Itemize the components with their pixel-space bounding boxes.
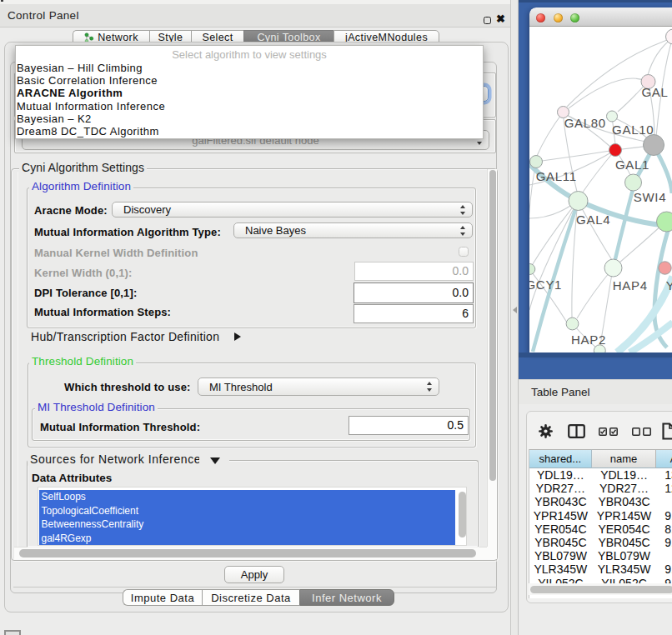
close-traffic-light-icon[interactable] [536, 13, 545, 22]
manual-kernel-label: Manual Kernel Width Definition [34, 247, 198, 259]
table-cell[interactable]: YBL079W [529, 549, 593, 562]
table-horizontal-scrollbar-thumb[interactable] [530, 586, 672, 594]
network-node[interactable] [530, 156, 543, 168]
network-node[interactable] [604, 259, 622, 277]
table-cell[interactable]: YPR145W [529, 509, 593, 522]
minimize-traffic-light-icon[interactable] [554, 13, 563, 22]
table-cell[interactable]: 8. [656, 522, 672, 536]
dropdown-item[interactable]: Bayesian – Hill Climbing [16, 62, 483, 74]
node-label: GAL11 [536, 169, 577, 183]
table-cell[interactable]: YLR345W [529, 562, 593, 576]
table-row[interactable]: YER054CYER054C8. [529, 522, 672, 536]
minimized-panel-icon[interactable] [4, 630, 21, 635]
dropdown-prompt: Select algorithm to view settings [16, 46, 483, 62]
settings-vertical-scrollbar-thumb[interactable] [489, 170, 497, 481]
dropdown-item[interactable]: Bayesian – K2 [16, 112, 483, 125]
node-label: GCY1 [529, 278, 562, 292]
settings-horizontal-scrollbar-thumb[interactable] [19, 549, 476, 558]
gear-icon[interactable] [539, 424, 553, 438]
network-window-titlebar[interactable] [529, 8, 672, 27]
table-panel-titlebar[interactable]: Table Panel [519, 379, 672, 404]
dpi-tolerance-field[interactable]: 0.0 [354, 282, 474, 303]
table-cell[interactable]: YDL19… [592, 468, 656, 482]
table-row[interactable]: YLR345WYLR345W9. [529, 562, 672, 576]
table-cell[interactable]: YPR145W [592, 509, 656, 522]
tab-discretize-data[interactable]: Discretize Data [202, 589, 299, 606]
table-cell[interactable] [656, 549, 672, 562]
aracne-mode-combobox[interactable]: Discovery [112, 202, 473, 218]
table-cell[interactable]: YDL19… [529, 468, 593, 482]
table-cell[interactable]: YDR27… [592, 482, 656, 495]
table-cell[interactable] [656, 495, 672, 508]
mi-type-combobox[interactable]: Naive Bayes [233, 222, 473, 238]
which-threshold-combobox[interactable]: MI Threshold [198, 378, 439, 396]
divider-collapse-icon[interactable] [513, 307, 517, 313]
list-scrollbar-thumb[interactable] [459, 492, 466, 538]
close-icon[interactable]: ✖ [496, 12, 505, 25]
apply-button[interactable]: Apply [224, 566, 284, 583]
network-node[interactable] [644, 135, 664, 156]
table-row[interactable]: YDR27…YDR27…12 [529, 482, 672, 495]
collapse-down-icon[interactable] [210, 458, 220, 464]
network-node[interactable] [609, 144, 622, 157]
zoom-traffic-light-icon[interactable] [570, 13, 579, 22]
table-cell[interactable]: 13 [656, 468, 672, 482]
algorithm-dropdown-popup: Select algorithm to view settings Bayesi… [15, 45, 484, 139]
list-item[interactable]: TopologicalCoefficient [39, 504, 455, 518]
data-attributes-list[interactable]: SelfLoops TopologicalCoefficient Between… [38, 487, 467, 546]
table-row[interactable]: YBR045CYBR045C9. [529, 536, 672, 549]
node-label: GAL10 [612, 122, 654, 137]
table-cell[interactable]: YBR043C [529, 495, 593, 508]
hub-definition-label[interactable]: Hub/Transcription Factor Definition [31, 330, 219, 343]
table-cell[interactable]: YER054C [592, 522, 656, 536]
table-cell[interactable]: YDR27… [529, 482, 593, 495]
network-node[interactable] [666, 29, 672, 44]
expand-right-icon[interactable] [234, 332, 241, 341]
table-cell[interactable]: YBL079W [592, 549, 656, 562]
column-header-shared-name[interactable]: shared... [529, 449, 593, 468]
dropdown-item[interactable]: Basic Correlation Inference [16, 74, 483, 87]
table-cell[interactable]: 9. [656, 509, 672, 522]
table-cell[interactable]: YBR045C [529, 536, 593, 549]
table-cell[interactable]: YLR345W [592, 562, 656, 576]
column-header-partial[interactable]: A [656, 449, 672, 468]
network-node[interactable] [607, 111, 618, 122]
dropdown-item[interactable]: Dream8 DC_TDC Algorithm [16, 125, 483, 138]
table-cell[interactable]: 9. [656, 536, 672, 549]
network-node[interactable] [569, 192, 588, 211]
network-node[interactable] [659, 262, 671, 274]
float-window-icon[interactable] [484, 17, 491, 24]
unchecked-boxes-icon[interactable] [632, 428, 652, 436]
network-node[interactable] [566, 318, 579, 330]
list-item[interactable]: SelfLoops [39, 490, 455, 504]
manual-kernel-checkbox[interactable] [459, 247, 469, 257]
mi-steps-field[interactable]: 6 [354, 304, 474, 323]
network-canvas[interactable]: GAL GAL80 GAL10 GAL1 GAL11 GAL4 SWI4 GCY… [529, 27, 672, 352]
document-icon[interactable] [662, 422, 672, 440]
table-row[interactable]: YDL19…YDL19…13 [529, 468, 672, 482]
list-item[interactable]: BetweennessCentrality [39, 518, 455, 532]
checked-boxes-icon[interactable] [599, 428, 619, 436]
table-cell[interactable]: YER054C [529, 522, 593, 536]
split-columns-icon[interactable] [568, 424, 585, 438]
table-row[interactable]: YBL079WYBL079W [529, 549, 672, 562]
column-header-name[interactable]: name [592, 449, 656, 468]
kernel-width-field[interactable]: 0.0 [354, 262, 474, 281]
list-item[interactable]: gal4RGexp [39, 532, 455, 546]
table-cell[interactable]: 9. [656, 562, 672, 576]
dropdown-item[interactable]: Mutual Information Inference [16, 100, 483, 112]
dropdown-item-selected[interactable]: ARACNE Algorithm [16, 87, 483, 99]
tab-impute-data[interactable]: Impute Data [123, 589, 202, 606]
panel-divider[interactable] [510, 0, 519, 635]
network-node[interactable] [529, 264, 535, 275]
network-node[interactable] [625, 174, 642, 191]
tab-infer-network[interactable]: Infer Network [299, 589, 394, 606]
network-node[interactable] [657, 212, 672, 232]
table-cell[interactable]: YBR043C [592, 495, 656, 508]
table-row[interactable]: YPR145WYPR145W9. [529, 509, 672, 522]
mi-threshold-field[interactable]: 0.5 [349, 416, 469, 435]
table-cell[interactable]: 12 [656, 482, 672, 495]
table-row[interactable]: YBR043CYBR043C [529, 495, 672, 508]
table-cell[interactable]: YBR045C [592, 536, 656, 549]
control-panel-titlebar[interactable]: Control Panel ✖ [0, 4, 510, 28]
